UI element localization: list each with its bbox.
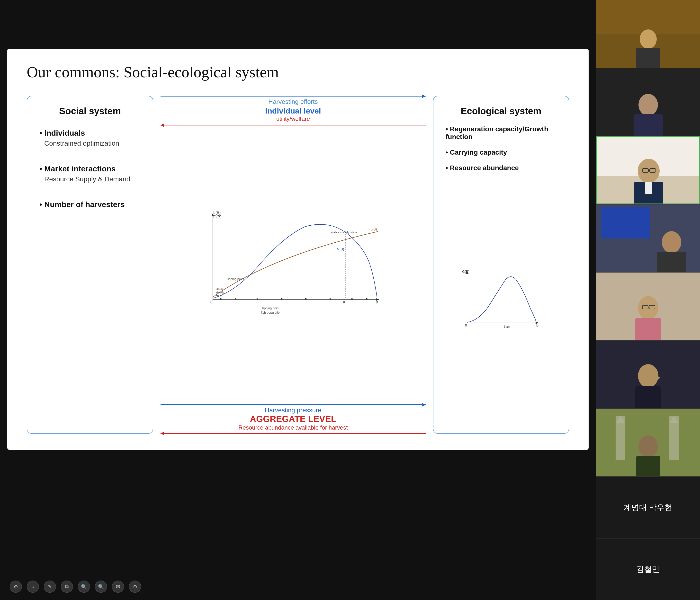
svg-text:state: state <box>216 294 222 298</box>
slide-content: Social system Individuals Constrained op… <box>27 96 569 434</box>
individual-level-label: Individual level <box>265 106 321 115</box>
svg-rect-73 <box>636 456 660 476</box>
svg-text:L(B): L(B) <box>370 227 377 231</box>
svg-text:0: 0 <box>465 323 467 327</box>
toolbar-btn-4[interactable]: ⧉ <box>61 580 73 593</box>
ecological-system-box: Ecological system Regeneration capacity/… <box>433 96 569 434</box>
participant-video-4 <box>596 204 700 272</box>
eco-bullet-1: Regeneration capacity/Growth function <box>446 125 556 141</box>
slide-title: Our commons: Social-ecological system <box>27 63 569 81</box>
name-section: 계명대 박우현 김철민 <box>596 476 700 600</box>
svg-point-43 <box>639 94 658 116</box>
toolbar-btn-2[interactable]: ○ <box>27 580 39 593</box>
social-bullet-3: Number of harvesters <box>40 200 141 211</box>
svg-point-64 <box>638 364 658 388</box>
social-bullet-1: Individuals Constrained optimization <box>40 129 141 147</box>
resource-abundance-label: Resource abundance available for harvest <box>239 424 348 431</box>
diagram-area: Harvesting efforts Individual level util… <box>153 96 433 434</box>
sidebar: 계명대 박우현 김철민 <box>596 0 700 600</box>
main-chart: L(B) G(B) Tipping point stable steady st… <box>160 129 426 402</box>
svg-marker-25 <box>330 298 332 300</box>
aggregate-level-label: AGGREGATE LEVEL <box>250 414 336 424</box>
svg-text:steady: steady <box>216 291 224 294</box>
svg-rect-39 <box>596 0 700 34</box>
social-bullet-3-title: Number of harvesters <box>40 200 141 209</box>
harvesting-efforts-label: Harvesting efforts <box>268 98 318 105</box>
svg-point-55 <box>662 231 681 253</box>
name-label-2: 김철민 <box>596 538 700 600</box>
svg-marker-26 <box>351 298 354 300</box>
toolbar-btn-5[interactable]: 🔍 <box>78 580 90 593</box>
svg-rect-65 <box>635 386 661 409</box>
svg-point-72 <box>639 436 658 457</box>
toolbar-btn-8[interactable]: ⊖ <box>129 580 141 593</box>
name-label-1: 계명대 박우현 <box>596 476 700 538</box>
eco-chart-svg: G(B) B 0 B𝑚𝑠𝑠 <box>460 269 542 333</box>
svg-text:L(B): L(B) <box>213 211 221 215</box>
svg-text:stable steady state: stable steady state <box>331 231 357 234</box>
aggregate-level-section: Harvesting pressure AGGREGATE LEVEL Reso… <box>160 404 426 434</box>
svg-text:B𝑚𝑠𝑠: B𝑚𝑠𝑠 <box>503 325 510 329</box>
individual-level-section: Harvesting efforts Individual level util… <box>160 96 426 126</box>
social-bullet-1-title: Individuals <box>40 129 141 138</box>
participant-video-2 <box>596 68 700 136</box>
main-area: Our commons: Social-ecological system So… <box>0 0 596 600</box>
social-system-box: Social system Individuals Constrained op… <box>27 96 153 434</box>
social-bullet-1-sub: Constrained optimization <box>40 139 141 147</box>
svg-text:G(B): G(B) <box>213 215 222 219</box>
toolbar-btn-3[interactable]: ✎ <box>44 580 56 593</box>
svg-text:0: 0 <box>210 300 212 304</box>
eco-bullet-2: Carrying capacity <box>446 149 556 156</box>
svg-marker-27 <box>366 298 369 300</box>
svg-point-40 <box>640 29 657 49</box>
eco-chart: G(B) B 0 B𝑚𝑠𝑠 <box>446 178 556 423</box>
eco-bullet-3: Resource abundance <box>446 164 556 172</box>
svg-text:G(B): G(B) <box>462 269 469 273</box>
utility-welfare-label: utility/welfare <box>276 115 310 122</box>
svg-marker-20 <box>220 298 223 300</box>
social-bullet-2: Market interactions Resource Supply & De… <box>40 164 141 183</box>
slide-container: Our commons: Social-ecological system So… <box>7 49 589 450</box>
participant-video-7 <box>596 409 700 476</box>
svg-text:stable: stable <box>216 287 224 290</box>
harvesting-pressure-label: Harvesting pressure <box>265 407 322 414</box>
eco-system-title: Ecological system <box>446 106 556 116</box>
participant-video-6 <box>596 340 700 409</box>
svg-marker-24 <box>305 298 308 300</box>
svg-text:G(B): G(B) <box>337 247 344 251</box>
toolbar-btn-1[interactable]: ⊕ <box>10 580 22 593</box>
svg-marker-22 <box>257 298 259 300</box>
svg-text:B: B <box>536 323 539 327</box>
social-system-title: Social system <box>40 106 141 116</box>
chart-svg: L(B) G(B) Tipping point stable steady st… <box>198 207 388 324</box>
svg-rect-54 <box>601 207 650 238</box>
toolbar-btn-7[interactable]: ✉ <box>112 580 124 593</box>
svg-text:K: K <box>343 300 346 304</box>
social-bullet-2-title: Market interactions <box>40 164 141 173</box>
svg-rect-44 <box>633 114 663 136</box>
svg-rect-56 <box>657 252 686 272</box>
toolbar: ⊕ ○ ✎ ⧉ 🔍 🔍 ✉ ⊖ <box>10 580 141 593</box>
toolbar-btn-6[interactable]: 🔍 <box>95 580 107 593</box>
svg-text:Tipping point: Tipping point <box>261 306 279 310</box>
svg-rect-41 <box>636 48 660 68</box>
social-bullet-2-sub: Resource Supply & Demand <box>40 175 141 183</box>
participant-video-5 <box>596 272 700 340</box>
svg-rect-52 <box>645 182 652 194</box>
svg-marker-21 <box>235 298 237 300</box>
participant-video-3[interactable] <box>596 136 700 204</box>
participant-video-1 <box>596 0 700 68</box>
svg-marker-23 <box>281 298 283 300</box>
svg-text:B: B <box>376 300 378 304</box>
svg-rect-62 <box>635 318 661 340</box>
svg-text:Tipping point: Tipping point <box>226 277 244 281</box>
svg-text:fish population: fish population <box>261 311 281 314</box>
